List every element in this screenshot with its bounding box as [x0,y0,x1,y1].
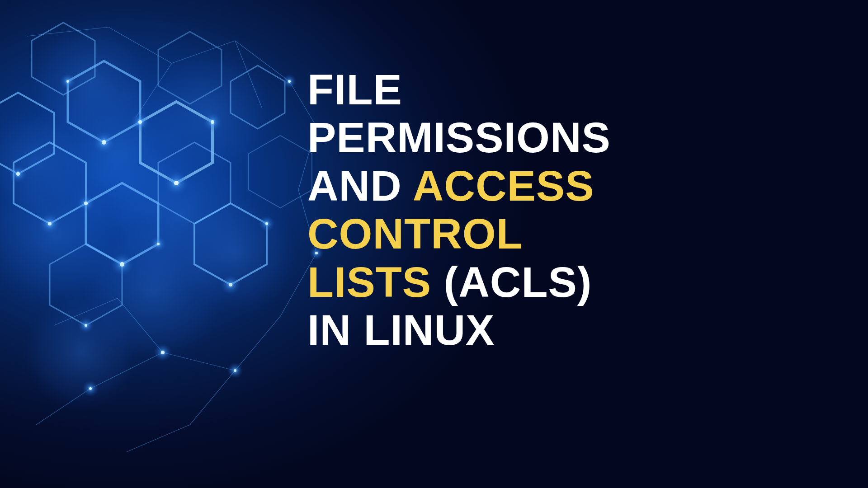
svg-line-22 [36,389,90,425]
svg-line-9 [27,27,108,36]
svg-point-47 [110,253,134,276]
svg-point-8 [23,294,140,411]
title-heading: FILE PERMISSIONS AND ACCESS CONTROL LIST… [307,66,678,354]
svg-line-10 [108,27,172,63]
svg-point-62 [161,351,165,354]
svg-point-1 [0,163,127,307]
svg-point-44 [174,181,179,185]
svg-line-21 [90,352,163,389]
svg-marker-35 [0,93,54,174]
svg-line-24 [54,298,118,325]
svg-point-56 [66,80,69,83]
svg-point-0 [27,63,208,244]
svg-line-20 [163,352,235,371]
svg-point-59 [259,216,275,232]
svg-point-72 [85,324,87,327]
svg-marker-31 [158,142,231,224]
svg-point-55 [60,73,76,89]
svg-marker-38 [249,136,312,208]
title-line-4: CONTROL [307,210,678,258]
svg-point-74 [157,243,160,245]
svg-line-17 [235,316,280,371]
svg-point-51 [77,194,95,212]
svg-point-53 [203,112,222,132]
svg-point-2 [99,136,262,298]
svg-marker-30 [86,183,158,264]
title-highlight-access: ACCESS [413,162,594,210]
svg-line-25 [136,63,172,117]
svg-marker-33 [231,66,285,129]
svg-point-5 [77,212,231,366]
svg-point-40 [102,140,106,145]
svg-point-6 [0,108,90,217]
svg-point-48 [120,262,124,267]
svg-line-26 [235,41,262,108]
svg-line-18 [190,371,235,425]
svg-line-11 [172,41,235,63]
svg-point-49 [221,275,241,295]
title-line-2: PERMISSIONS [307,113,678,161]
svg-point-3 [27,18,154,145]
svg-marker-36 [50,244,122,325]
svg-line-12 [235,41,289,81]
svg-marker-34 [32,23,95,95]
svg-point-39 [92,131,116,154]
svg-point-64 [89,387,92,390]
svg-point-65 [227,362,243,379]
svg-line-19 [127,425,190,452]
svg-point-43 [164,170,189,196]
title-highlight-lists: LISTS [307,258,431,306]
svg-point-73 [150,236,166,252]
svg-point-63 [82,380,99,397]
svg-point-58 [16,172,20,176]
svg-marker-28 [140,102,212,183]
svg-point-61 [154,343,172,361]
svg-marker-27 [68,61,140,142]
svg-marker-37 [158,32,222,104]
svg-marker-29 [14,142,86,224]
svg-point-71 [78,317,94,333]
svg-line-23 [118,298,163,352]
svg-point-50 [229,283,232,286]
title-line-6: IN LINUX [307,306,678,354]
svg-point-68 [288,80,291,83]
svg-point-45 [39,213,61,235]
svg-point-54 [211,120,214,124]
svg-marker-32 [194,203,267,285]
title-line-3: AND ACCESS [307,162,678,210]
title-line-5: LISTS (ACLS) [307,258,678,306]
svg-point-7 [172,190,298,316]
title-line-1: FILE [307,66,678,113]
svg-point-4 [140,45,276,181]
svg-point-57 [9,165,27,183]
svg-point-67 [282,74,297,89]
svg-point-60 [265,222,268,225]
svg-point-52 [84,202,88,205]
svg-point-46 [48,222,52,225]
svg-point-41 [130,112,150,132]
svg-point-66 [234,369,236,372]
svg-point-42 [138,120,142,124]
